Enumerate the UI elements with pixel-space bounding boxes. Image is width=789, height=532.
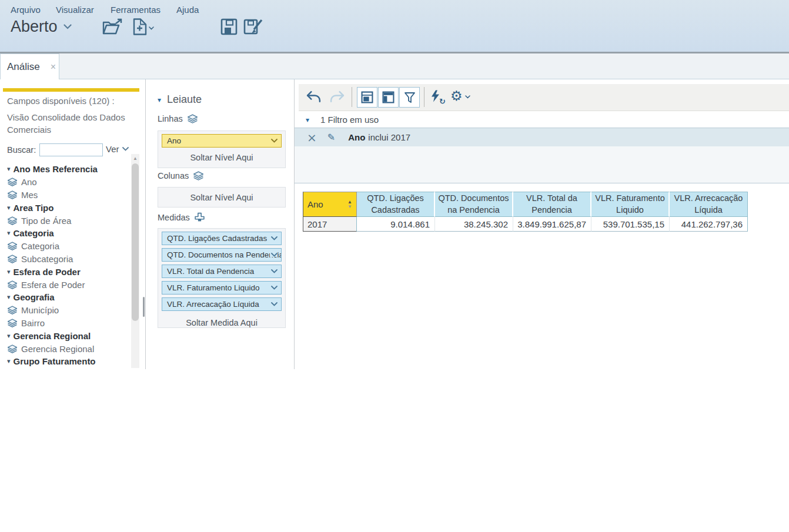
column-header[interactable]: QTD. Ligações Cadastradas (357, 192, 435, 217)
table-header-row: Ano ▲ ▼ QTD. Ligações Cadastradas QTD. D… (303, 192, 748, 217)
column-header-ano[interactable]: Ano ▲ ▼ (303, 192, 357, 217)
layers-icon (7, 344, 18, 353)
field-item-subcategoria[interactable]: Subcategoria (7, 253, 126, 266)
field-group-categoria[interactable]: ▾ Categoria (7, 227, 126, 240)
collapse-arrow-icon: ▾ (7, 332, 11, 340)
field-group-ano-mes-referencia[interactable]: ▾ Ano Mes Referencia (7, 163, 126, 176)
field-group-label: Esfera de Poder (14, 267, 81, 277)
toolbar-divider (352, 87, 352, 107)
column-header[interactable]: VLR. Arrecacação Líquida (670, 192, 748, 217)
column-header[interactable]: QTD. Documentos na Pendencia (435, 192, 513, 217)
menu-arquivo[interactable]: Arquivo (11, 5, 41, 15)
columns-dropzone[interactable]: Soltar Nível Aqui (158, 187, 286, 208)
gear-icon[interactable]: ⚙ (450, 89, 463, 103)
run-query-icon[interactable] (430, 89, 440, 103)
open-file-icon[interactable] (101, 18, 123, 36)
field-item-tipo-de-area[interactable]: Tipo de Área (7, 214, 126, 227)
field-item-esfera-de-poder[interactable]: Esfera de Poder (7, 278, 126, 291)
new-file-chevron-icon[interactable] (149, 26, 154, 30)
measures-label-text: Medidas (158, 213, 190, 222)
rows-label-text: Linhas (158, 114, 183, 123)
filter-field-name: Ano (348, 132, 365, 142)
columns-label-text: Colunas (158, 171, 189, 180)
measure-label: QTD. Documentos na Pendencia (167, 250, 282, 259)
rows-dropzone[interactable]: Ano Soltar Nível Aqui (158, 131, 286, 168)
filter-summary-row[interactable]: ▾ 1 Filtro em uso (295, 115, 789, 128)
chevron-down-icon[interactable] (271, 139, 278, 143)
search-input[interactable] (39, 143, 103, 156)
toggle-layout-panel-icon[interactable] (357, 87, 377, 108)
redo-icon[interactable] (329, 91, 345, 103)
column-header-label: QTD. Ligações Cadastradas (359, 193, 432, 216)
field-group-gerencia-regional[interactable]: ▾ Gerencia Regional (7, 329, 126, 342)
edit-filter-icon[interactable]: ✎ (327, 132, 335, 143)
field-item-bairro[interactable]: Bairro (7, 317, 126, 330)
measures-dropzone[interactable]: QTD. Ligações Cadastradas QTD. Documento… (158, 228, 286, 328)
field-item-municipio[interactable]: Município (7, 304, 126, 317)
sort-icon[interactable]: ▲ ▼ (347, 200, 352, 208)
rows-drop-hint: Soltar Nível Aqui (158, 153, 285, 162)
measure-chip[interactable]: QTD. Documentos na Pendencia (162, 248, 282, 262)
collapse-arrow-icon: ▾ (306, 116, 309, 124)
measures-drop-hint: Soltar Medida Aqui (158, 318, 285, 327)
view-dropdown[interactable]: Ver (106, 144, 129, 154)
row-level-chip-ano[interactable]: Ano (162, 134, 282, 148)
tab-analise[interactable]: Análise × (0, 53, 59, 79)
field-item-gerencia-regional[interactable]: Gerencia Regional (7, 342, 126, 355)
undo-icon[interactable] (306, 91, 322, 103)
chevron-down-icon[interactable] (270, 253, 278, 257)
field-group-esfera-de-poder[interactable]: ▾ Esfera de Poder (7, 265, 126, 278)
measure-chip[interactable]: VLR. Faturamento Liquido (162, 281, 282, 295)
new-file-icon[interactable] (132, 18, 148, 36)
chevron-down-icon[interactable] (270, 286, 278, 290)
field-item-label: Subcategoria (21, 254, 73, 264)
layout-section-header[interactable]: ▾ Leiaute (158, 93, 202, 106)
save-as-icon[interactable] (243, 18, 263, 35)
value-cell: 3.849.991.625,87 (513, 217, 591, 232)
field-item-ano[interactable]: Ano (7, 176, 126, 189)
column-header[interactable]: VLR. Total da Pendencia (513, 192, 591, 217)
open-menu-label: Aberto (11, 18, 58, 36)
layers-icon (7, 242, 18, 250)
column-header[interactable]: VLR. Faturamento Liquido (591, 192, 670, 217)
collapse-arrow-icon: ▾ (158, 96, 161, 104)
refresh-icon[interactable]: ↻ (439, 97, 446, 106)
open-menu-button[interactable]: Aberto (11, 18, 72, 36)
field-group-geografia[interactable]: ▾ Geografia (7, 291, 126, 304)
toggle-fields-panel-icon[interactable] (378, 87, 399, 108)
field-group-grupo-faturamento[interactable]: ▾ Grupo Faturamento (7, 355, 126, 368)
field-item-label: Tipo de Área (21, 216, 71, 226)
collapse-arrow-icon: ▾ (7, 357, 11, 365)
filter-icon[interactable] (399, 87, 420, 108)
field-group-label: Ano Mes Referencia (14, 164, 98, 174)
chevron-down-icon[interactable] (270, 236, 278, 240)
chevron-down-icon[interactable] (270, 302, 278, 306)
scrollbar-thumb[interactable] (132, 163, 139, 321)
menu-ferramentas[interactable]: Ferramentas (111, 5, 161, 15)
measure-chip[interactable]: QTD. Ligações Cadastradas (162, 232, 282, 245)
field-item-label: Gerencia Regional (21, 344, 94, 354)
scroll-up-icon[interactable]: ▲ (131, 154, 139, 162)
column-header-label: QTD. Documentos na Pendencia (437, 193, 510, 216)
tab-close-icon[interactable]: × (51, 62, 56, 72)
menu-visualizar[interactable]: Visualizar (56, 5, 94, 15)
layers-icon (7, 190, 18, 199)
save-icon[interactable] (220, 18, 238, 35)
field-item-mes[interactable]: Mes (7, 189, 126, 202)
field-group-area-tipo[interactable]: ▾ Area Tipo (7, 201, 126, 214)
field-item-label: Bairro (21, 318, 45, 328)
layers-icon (193, 171, 204, 180)
measure-chip[interactable]: VLR. Total da Pendencia (162, 265, 282, 278)
measure-chip[interactable]: VLR. Arrecacação Líquida (162, 297, 282, 311)
remove-filter-icon[interactable]: × (307, 132, 317, 143)
view-label: Ver (106, 144, 119, 154)
chevron-down-icon[interactable] (270, 269, 278, 273)
field-group-label: Grupo Faturamento (14, 356, 96, 366)
row-level-label: Ano (167, 136, 181, 145)
field-tree: ▾ Ano Mes Referencia Ano Mes ▾ Area Tipo… (7, 163, 126, 368)
field-item-categoria[interactable]: Categoria (7, 240, 126, 253)
tree-scrollbar[interactable]: ▲ (131, 154, 139, 368)
menu-ajuda[interactable]: Ajuda (176, 5, 199, 15)
gear-chevron-icon[interactable] (465, 95, 470, 99)
panel-splitter-handle[interactable] (143, 297, 145, 317)
